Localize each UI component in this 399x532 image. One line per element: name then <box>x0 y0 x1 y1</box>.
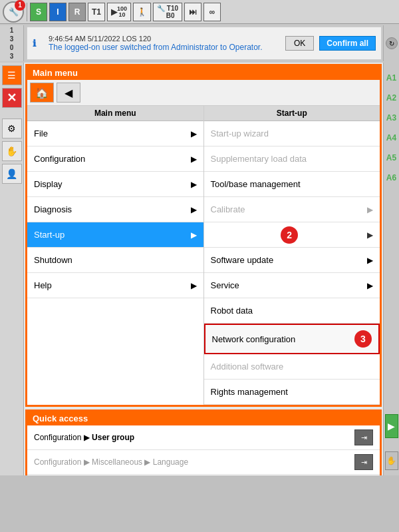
panel-label-a4: A4 <box>386 133 396 142</box>
startup-item-toolbase[interactable]: Tool/base management <box>204 172 380 197</box>
menu-item-help[interactable]: Help ▶ <box>27 273 203 298</box>
right-panel: A1 A2 A3 A4 A5 A6 ▶ ✋ <box>383 63 399 475</box>
btn-t1[interactable]: T1 <box>88 3 105 21</box>
robot-icon-btn[interactable]: 🔧 1 <box>3 1 24 23</box>
panel-hand-btn[interactable]: ✋ <box>385 451 398 470</box>
menu-item-file[interactable]: File ▶ <box>27 121 203 146</box>
left-num-1: 1 <box>10 27 14 34</box>
left-num-4: 3 <box>10 53 14 60</box>
notif-time: 9:46:54 AM 5/11/2022 LOS 120 <box>49 35 280 43</box>
qa-item-usergroup[interactable]: Configuration ▶ User group ⇥ <box>27 425 380 450</box>
btn-i[interactable]: I <box>49 3 66 21</box>
back-button[interactable]: ◀ <box>57 83 80 103</box>
ok-button[interactable]: OK <box>285 36 314 51</box>
main-menu-container: Main menu 🏠 ◀ Main menu File ▶ Configura… <box>25 64 382 407</box>
confirm-all-button[interactable]: Confirm all <box>319 36 376 51</box>
arrow-icon: ▶ <box>367 256 373 265</box>
btn-s[interactable]: S <box>30 3 47 21</box>
startup-item-wizard[interactable]: Start-up wizard <box>204 121 380 146</box>
startup-item-netconfig[interactable]: Network configuration 3 <box>204 324 380 354</box>
center-content: Main menu 🏠 ◀ Main menu File ▶ Configura… <box>24 63 383 475</box>
startup-item-addsoftware[interactable]: Additional software <box>204 354 380 380</box>
startup-item-service[interactable]: Service ▶ <box>204 273 380 298</box>
main-menu-col: Main menu File ▶ Configuration ▶ Display… <box>27 106 204 405</box>
sidebar-icon-gear[interactable]: ⚙ <box>2 119 22 138</box>
main-menu-title: Main menu <box>27 66 380 80</box>
menu-nav-row: 🏠 ◀ <box>27 80 380 106</box>
panel-label-a6: A6 <box>386 173 396 182</box>
menu-item-display[interactable]: Display ▶ <box>27 172 203 197</box>
startup-item-rights[interactable]: Rights management <box>204 380 380 405</box>
sidebar-icon-user[interactable]: 👤 <box>2 164 22 184</box>
startup-col: Start-up Start-up wizard Supplementary l… <box>204 106 380 405</box>
arrow-icon: ▶ <box>191 230 197 240</box>
panel-arrow-btn[interactable]: ▶ <box>385 414 398 438</box>
quick-access-section: Quick access Configuration ▶ User group … <box>25 409 382 475</box>
panel-label-a5: A5 <box>386 153 396 162</box>
arrow-icon: ▶ <box>191 154 197 164</box>
arrow-icon: ▶ <box>367 281 373 290</box>
menu-item-shutdown[interactable]: Shutdown <box>27 248 203 273</box>
startup-item-robotdata[interactable]: Robot data <box>204 298 380 324</box>
startup-item-softupdate[interactable]: Software update ▶ <box>204 248 380 273</box>
step-badge-3: 3 <box>354 330 372 348</box>
arrow-icon: ▶ <box>367 205 373 214</box>
home-button[interactable]: 🏠 <box>30 83 54 103</box>
top-toolbar: 🔧 1 S I R T1 ▶ 10010 🚶 🔧 T10 B0 ⏭ ∞ <box>0 0 399 24</box>
sidebar-icon-close[interactable]: ✕ <box>2 88 22 108</box>
arrow-icon: ▶ <box>191 281 197 290</box>
left-num-3: 0 <box>10 44 14 51</box>
main-layout: ☰ ✕ ⚙ ✋ 👤 Main menu 🏠 ◀ Main menu File ▶ <box>0 63 399 475</box>
qa-pin-btn-2[interactable]: ⇥ <box>354 454 373 470</box>
panel-label-a1: A1 <box>386 73 396 83</box>
step-badge-2: 2 <box>281 226 298 244</box>
btn-skip[interactable]: ⏭ <box>184 3 201 21</box>
notification-bar: ℹ 9:46:54 AM 5/11/2022 LOS 120 The logge… <box>27 27 382 60</box>
qa-item-language[interactable]: Configuration ▶ Miscellaneous ▶ Language… <box>27 450 380 475</box>
panel-label-a2: A2 <box>386 93 396 103</box>
qa-item-cyclical[interactable]: Display ▶ Variable ▶ Cyclical flags ⇥ <box>27 475 380 475</box>
col1-header: Main menu <box>27 106 203 121</box>
left-num-2: 3 <box>10 35 14 43</box>
menu-columns: Main menu File ▶ Configuration ▶ Display… <box>27 106 380 405</box>
quick-access-title: Quick access <box>27 411 380 425</box>
step-badge-1: 1 <box>15 0 25 11</box>
btn-walk[interactable]: 🚶 <box>133 3 151 21</box>
panel-label-a3: A3 <box>386 113 396 123</box>
startup-item-calibrate[interactable]: Calibrate ▶ <box>204 197 380 222</box>
qa-pin-btn-1[interactable]: ⇥ <box>354 429 373 445</box>
startup-item-suppload[interactable]: Supplementary load data <box>204 146 380 172</box>
sidebar-icon-hand[interactable]: ✋ <box>2 141 22 161</box>
btn-inf[interactable]: ∞ <box>203 3 221 21</box>
col2-header: Start-up <box>204 106 380 121</box>
arrow-icon: ▶ <box>191 180 197 189</box>
btn-play[interactable]: ▶ 10010 <box>107 3 131 21</box>
left-sidebar: ☰ ✕ ⚙ ✋ 👤 <box>0 63 24 475</box>
arrow-icon: ▶ <box>191 205 197 214</box>
arrow-icon: ▶ <box>191 129 197 138</box>
info-icon: ℹ <box>33 38 43 49</box>
notif-message: The logged-on user switched from Adminis… <box>49 43 280 52</box>
btn-tool[interactable]: 🔧 T10 B0 <box>153 3 182 21</box>
arrow-icon: ▶ <box>367 230 373 240</box>
menu-item-configuration[interactable]: Configuration ▶ <box>27 146 203 172</box>
right-top-icon[interactable]: ↻ <box>386 37 398 49</box>
menu-item-startup[interactable]: Start-up ▶ <box>27 222 203 248</box>
menu-item-diagnosis[interactable]: Diagnosis ▶ <box>27 197 203 222</box>
btn-r[interactable]: R <box>68 3 86 21</box>
startup-item-badge2[interactable]: 2 ▶ <box>204 222 380 248</box>
sidebar-icon-menu[interactable]: ☰ <box>2 65 22 85</box>
